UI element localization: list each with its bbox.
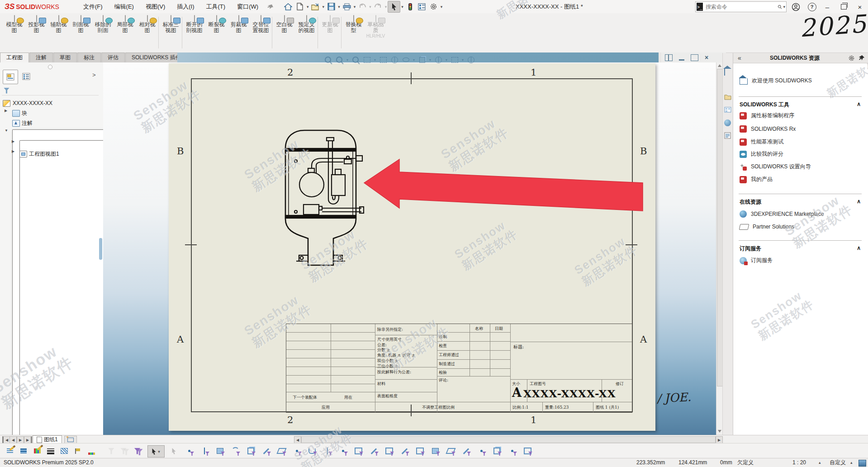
rotate-view-icon[interactable]	[390, 56, 398, 64]
appearance-icon[interactable]	[434, 56, 442, 64]
broken-out-section-button[interactable]: 断开的剖视图	[184, 15, 205, 51]
open-caret[interactable]: ▾	[323, 1, 325, 12]
layers-icon[interactable]	[859, 460, 866, 467]
filter-datum-targets-icon[interactable]	[475, 445, 488, 457]
view-settings-caret[interactable]: ▾	[462, 58, 464, 62]
section-view-icon[interactable]	[363, 56, 371, 64]
view-settings-icon[interactable]	[451, 56, 459, 64]
zoom-fit-icon[interactable]	[324, 56, 332, 64]
tab-dimension[interactable]: 标注	[77, 52, 101, 62]
vertical-scrollbar[interactable]	[716, 62, 723, 435]
panel-scroll-handle[interactable]	[99, 238, 102, 260]
filter-surface-bodies-icon[interactable]	[229, 445, 242, 457]
display-manager-tab[interactable]	[19, 70, 33, 83]
split-pane-icon[interactable]	[665, 54, 673, 61]
search-caret[interactable]: ▾	[783, 1, 785, 12]
task-pane-gear-icon[interactable]	[848, 55, 855, 62]
home-icon[interactable]	[724, 69, 731, 76]
filter-vertices-icon[interactable]	[183, 445, 195, 457]
filter-surface-finish-symbols-icon[interactable]	[398, 445, 411, 457]
menu-tools[interactable]: 工具(T)	[200, 0, 232, 13]
feature-tree-tab[interactable]	[3, 70, 18, 84]
partner-solutions-link[interactable]: Partner Solutions	[740, 224, 794, 230]
filter-center-marks-icon[interactable]	[352, 445, 365, 457]
camera-icon[interactable]	[467, 56, 475, 64]
file-explorer-icon[interactable]	[724, 94, 731, 101]
appearances-icon[interactable]	[724, 119, 731, 127]
menu-file[interactable]: 文件(F)	[77, 0, 109, 13]
line-color-icon[interactable]	[31, 445, 43, 457]
projected-view-button[interactable]: 投影视图	[26, 15, 47, 51]
previous-view-icon[interactable]	[351, 56, 360, 64]
view-palette-icon[interactable]	[724, 107, 731, 114]
filter-connection-points-icon[interactable]	[521, 445, 534, 457]
task-pane-pin-icon[interactable]	[859, 55, 865, 61]
filter-solid-bodies-icon[interactable]	[244, 445, 257, 457]
open-icon[interactable]	[310, 1, 322, 12]
subscription-services-link[interactable]: 订阅服务	[740, 257, 773, 264]
collapse-section-icon[interactable]: ∧	[857, 245, 861, 253]
next-sheet-button[interactable]: ▶	[17, 436, 24, 443]
section-subscription[interactable]: 订阅服务∧	[740, 245, 861, 253]
horizontal-scroll-thumb[interactable]	[301, 436, 716, 443]
account-icon[interactable]	[791, 2, 801, 12]
welcome-link[interactable]: 欢迎使用 SOLIDWORKS	[740, 76, 812, 85]
select-cursor-icon[interactable]	[388, 1, 400, 13]
replace-model-button[interactable]: 替换模型	[343, 15, 364, 51]
expander-blocks[interactable]: ▶	[5, 109, 7, 113]
last-sheet-button[interactable]: ▶	[24, 436, 32, 443]
search-icon[interactable]	[778, 4, 782, 10]
display-style-caret[interactable]: ▾	[429, 58, 431, 62]
hide-show-edges-icon[interactable]	[71, 445, 84, 457]
line-thickness-icon[interactable]	[44, 445, 57, 457]
toggle-selection-filters-icon[interactable]	[132, 445, 145, 457]
hide-show-items-icon[interactable]	[402, 56, 410, 64]
predefined-view-button[interactable]: 预定义的视图	[296, 15, 317, 51]
tab-evaluate[interactable]: 评估	[101, 52, 125, 62]
layer-properties-icon[interactable]	[4, 445, 16, 457]
print-icon[interactable]	[341, 1, 353, 12]
tab-sketch[interactable]: 草图	[53, 52, 77, 62]
tree-root-drawing[interactable]: XXXX-XXXX-XX	[13, 99, 52, 108]
display-style-icon[interactable]	[418, 56, 426, 64]
filter-weld-symbols-icon[interactable]	[460, 445, 472, 457]
compare-my-score-link[interactable]: 比较我的评分	[740, 150, 783, 158]
units-value[interactable]: 自定义	[830, 458, 846, 467]
empty-view-button[interactable]: 空白视图	[274, 15, 295, 51]
new-document-icon[interactable]	[294, 1, 306, 12]
graphics-area[interactable]: 2 1 2 1 B B A A	[103, 62, 716, 435]
color-display-mode-icon[interactable]	[85, 445, 98, 457]
filter-faces-icon[interactable]	[213, 445, 226, 457]
search-box[interactable]: >_ ▾	[695, 1, 787, 12]
my-products-link[interactable]: 我的产品	[740, 176, 773, 183]
home-icon[interactable]	[282, 1, 294, 12]
previous-sheet-button[interactable]: ◀	[9, 436, 17, 443]
scale-caret[interactable]: ▴	[819, 458, 821, 467]
collapse-pane-icon[interactable]: «	[738, 54, 741, 62]
line-style-icon[interactable]	[58, 445, 71, 457]
new-document-caret[interactable]: ▾	[307, 1, 309, 12]
drawing-sheet[interactable]: 2 1 2 1 B B A A	[169, 63, 655, 431]
model-view-button[interactable]: 模型视图	[4, 15, 25, 51]
property-tab-builder-link[interactable]: 属性标签编制程序	[740, 112, 794, 119]
tree-item-blocks[interactable]: 块	[22, 109, 27, 118]
settings-gear-icon[interactable]	[428, 1, 440, 12]
hide-show-caret[interactable]: ▾	[413, 58, 415, 62]
expander-sheet1[interactable]: ▼	[5, 129, 8, 133]
relative-view-button[interactable]: 相对视图	[137, 15, 158, 51]
filter-notes-icon[interactable]	[429, 445, 441, 457]
filter-sketches-icon[interactable]	[306, 445, 318, 457]
menu-window[interactable]: 窗口(W)	[231, 0, 264, 13]
filter-geometric-tolerances-icon[interactable]	[413, 445, 426, 457]
section-online-resources[interactable]: 在线资源∧	[740, 198, 861, 206]
removed-section-button[interactable]: 移除的剖面	[92, 15, 114, 51]
auxiliary-view-button[interactable]: 辅助视图	[48, 15, 69, 51]
section-caret[interactable]: ▾	[374, 58, 376, 62]
filter-sketch-segments-icon[interactable]	[321, 445, 334, 457]
save-icon[interactable]	[325, 1, 337, 12]
units-caret[interactable]: ▴	[850, 458, 853, 467]
filter-midpoints-icon[interactable]	[337, 445, 349, 457]
filter-dowel-pins-icon[interactable]	[506, 445, 518, 457]
pan-icon[interactable]	[379, 56, 387, 64]
layers-icon[interactable]	[17, 445, 30, 457]
